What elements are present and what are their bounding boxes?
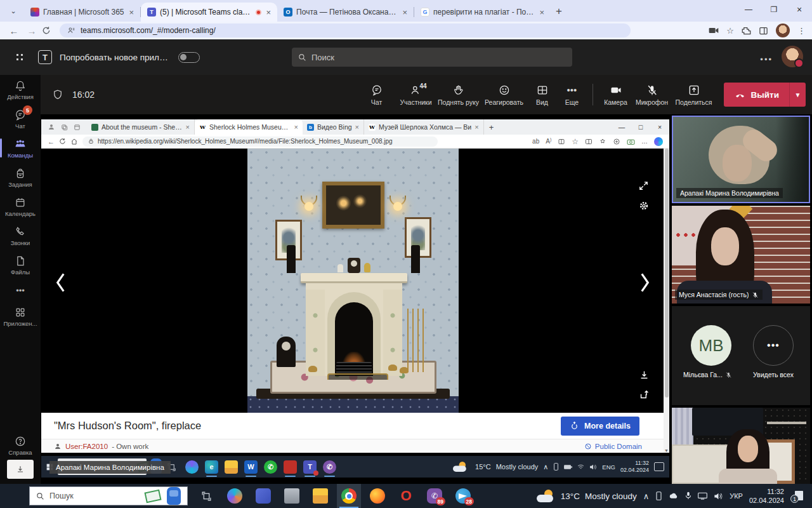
close-tab-icon[interactable]: ×: [539, 8, 546, 17]
app-file-explorer[interactable]: [308, 484, 332, 508]
teams-search-input[interactable]: Поиск: [292, 48, 572, 67]
shared-app-word-icon[interactable]: W: [244, 460, 258, 474]
raise-hand-button[interactable]: Поднять руку: [436, 84, 481, 106]
window-close-button[interactable]: ×: [787, 4, 812, 15]
translate-icon[interactable]: ab: [532, 138, 539, 145]
download-image-icon[interactable]: [639, 370, 650, 380]
teams-user-avatar[interactable]: [782, 46, 803, 67]
viewer-close-icon[interactable]: ×: [638, 159, 650, 171]
browser-essentials-icon[interactable]: [613, 138, 620, 145]
sidebar-item-help[interactable]: Справка: [0, 431, 41, 460]
browser-tab-search[interactable]: G перевірити на плагіат - Поиск ×: [414, 3, 551, 22]
extensions-icon[interactable]: [742, 26, 751, 36]
app-telegram[interactable]: 28: [451, 484, 475, 508]
close-tab-icon[interactable]: ×: [475, 123, 478, 131]
app-opera[interactable]: O: [394, 484, 418, 508]
edge-reload-icon[interactable]: [59, 138, 66, 145]
sidebar-item-files[interactable]: Файлы: [0, 250, 41, 279]
share-image-icon[interactable]: [639, 389, 650, 400]
new-tab-button[interactable]: +: [556, 5, 562, 18]
phone-link-icon[interactable]: [655, 491, 662, 500]
camera-button[interactable]: Камера: [599, 84, 632, 106]
previous-image-button[interactable]: [53, 271, 69, 295]
notification-center-icon[interactable]: 1: [790, 491, 803, 501]
language-indicator[interactable]: УКР: [730, 492, 743, 500]
weather-widget[interactable]: 13°C Mostly cloudy: [537, 490, 637, 502]
mic-button[interactable]: Микрофон: [634, 84, 671, 106]
forward-button[interactable]: →: [24, 25, 39, 36]
close-tab-icon[interactable]: ×: [402, 8, 409, 17]
window-minimize-button[interactable]: —: [736, 5, 761, 14]
share-button[interactable]: Поделиться: [672, 84, 716, 106]
display-cast-icon[interactable]: [698, 492, 707, 500]
shared-language[interactable]: ENG: [602, 464, 615, 471]
app-firefox[interactable]: [365, 484, 390, 508]
self-video-tile[interactable]: [672, 408, 810, 484]
tab-search-button[interactable]: ⌄: [5, 3, 22, 19]
edge-maximize-button[interactable]: □: [631, 123, 650, 131]
viewer-settings-gear-icon[interactable]: [638, 200, 650, 211]
shared-action-center-icon[interactable]: [654, 462, 664, 471]
read-aloud-icon[interactable]: A): [546, 137, 551, 145]
chat-button[interactable]: Чат: [358, 84, 396, 106]
app-quick-assist[interactable]: [251, 484, 275, 508]
site-info-icon[interactable]: [67, 27, 75, 35]
shared-app-whatsapp-icon[interactable]: ✆: [264, 460, 277, 474]
tray-expand-icon[interactable]: ∧: [643, 491, 650, 501]
copilot-icon[interactable]: [654, 137, 663, 146]
close-tab-icon[interactable]: ×: [355, 123, 359, 131]
back-button[interactable]: ←: [6, 25, 22, 36]
shared-clock[interactable]: 11:32 02.04.2024: [620, 460, 649, 474]
start-button[interactable]: [0, 491, 29, 501]
sidebar-item-calendar[interactable]: Календарь: [0, 192, 41, 221]
app-viber[interactable]: ✆ 89: [422, 484, 447, 508]
bookmark-star-icon[interactable]: ☆: [726, 26, 734, 36]
collections-icon[interactable]: [599, 138, 606, 145]
sidebar-item-chat[interactable]: 5 Чат: [0, 104, 41, 133]
mic-tray-icon[interactable]: [685, 491, 691, 500]
get-desktop-app-button[interactable]: [7, 460, 34, 479]
address-bar[interactable]: teams.microsoft.com/_#/modern-calling/: [60, 23, 631, 37]
view-button[interactable]: Вид: [528, 84, 557, 106]
edge-tab-wikipedia-image[interactable]: W Sherlock Holmes Museum 008 ×: [195, 119, 303, 135]
see-all-participants-button[interactable]: •••: [753, 325, 794, 366]
edge-minimize-button[interactable]: —: [612, 123, 631, 131]
shared-app-teams-icon[interactable]: T: [303, 460, 317, 474]
favorites-star-icon[interactable]: ☆: [572, 137, 579, 146]
more-button[interactable]: ••• Еще: [558, 84, 586, 106]
new-teams-toggle[interactable]: [178, 52, 200, 63]
sidebar-item-assignments[interactable]: Задания: [0, 163, 41, 192]
browser-menu-icon[interactable]: ⋮: [797, 26, 806, 36]
shared-app-explorer-icon[interactable]: [225, 460, 238, 474]
sidebar-item-apps[interactable]: Приложен...: [0, 302, 41, 331]
browser-tab-teams[interactable]: T (5) | Microsoft Teams classic ×: [141, 3, 277, 22]
license-link[interactable]: Public Domain: [584, 443, 642, 450]
tab-actions-icon[interactable]: [74, 124, 81, 131]
edge-tab-wikipedia-museum[interactable]: W Музей Шерлока Холмса — Ви ×: [364, 119, 484, 135]
leave-call-button[interactable]: Выйти: [724, 83, 790, 107]
react-button[interactable]: Реагировать: [482, 84, 527, 106]
tab-media-icon[interactable]: [709, 26, 719, 35]
screenshot-icon[interactable]: [627, 138, 635, 145]
participant-tile-1[interactable]: Арапакі Марина Володимирівна: [672, 116, 810, 203]
close-tab-icon[interactable]: ×: [294, 123, 298, 131]
window-maximize-button[interactable]: ❐: [761, 5, 787, 14]
more-details-button[interactable]: More details: [561, 417, 639, 436]
shared-weather-temp[interactable]: 15°C: [475, 463, 491, 471]
edge-settings-dots-icon[interactable]: …: [641, 138, 648, 145]
reload-button[interactable]: [42, 26, 57, 35]
participant-tile-3[interactable]: MB Мільєва Га... ••• Увидеть всех: [672, 306, 810, 405]
edge-back-icon[interactable]: ←: [48, 138, 55, 145]
shared-app-viber-icon[interactable]: ✆: [323, 460, 336, 474]
participants-button[interactable]: 44 Участники: [397, 84, 435, 106]
shared-weather-cond[interactable]: Mostly cloudy: [496, 463, 539, 471]
close-tab-icon[interactable]: ×: [128, 8, 136, 17]
split-screen-icon[interactable]: [585, 138, 593, 145]
participant-tile-2[interactable]: Муся Анастасія (гость): [672, 206, 810, 304]
onedrive-cloud-icon[interactable]: [669, 493, 679, 499]
sidebar-item-teams[interactable]: Команды: [0, 133, 41, 163]
fullscreen-icon[interactable]: [638, 180, 649, 191]
os-search-box[interactable]: Пошук: [29, 486, 188, 505]
app-fax-scan[interactable]: [280, 484, 304, 508]
teams-more-options-icon[interactable]: •••: [760, 55, 773, 64]
